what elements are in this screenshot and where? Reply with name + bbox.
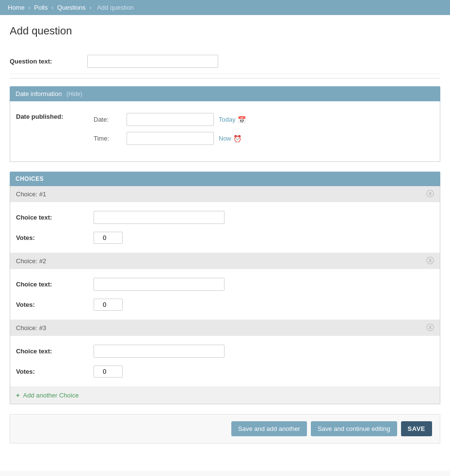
breadcrumb-questions[interactable]: Questions [57,4,86,11]
add-icon: + [16,392,20,399]
add-another-row: + Add another Choice [10,387,440,404]
choice-3-header: Choice: #3 ⓧ [10,320,440,336]
date-information-section: Date information (Hide) Date published: … [10,86,440,162]
choice-1-delete-icon[interactable]: ⓧ [426,189,434,199]
save-continue-editing-button[interactable]: Save and continue editing [311,421,397,436]
choices-section-body: Choice: #1 ⓧ Choice text: Votes: [10,186,440,404]
choice-item-2: Choice: #2 ⓧ Choice text: Votes: [10,253,440,320]
choice-3-votes-label: Votes: [16,368,94,375]
now-link[interactable]: Now [219,135,231,142]
calendar-icon[interactable]: 📅 [238,116,246,124]
choices-section-header: CHOICES [10,172,440,186]
choice-1-text-row: Choice text: [16,207,434,228]
choice-3-votes-row: Votes: [16,362,434,381]
date-published-label: Date published: [16,113,94,120]
date-section-hide[interactable]: (Hide) [66,91,82,97]
date-fields: Date: Today 📅 Time: Now ⏰ [94,113,246,150]
date-section-title: Date information [16,90,62,97]
date-published-row: Date published: Date: Today 📅 Time: Now … [10,109,440,154]
choice-2-votes-row: Votes: [16,295,434,315]
footer-bar: Save and add another Save and continue e… [10,414,440,444]
choice-2-delete-icon[interactable]: ⓧ [426,256,434,266]
save-button[interactable]: SAVE [401,421,432,436]
choice-2-text-row: Choice text: [16,274,434,295]
today-link[interactable]: Today [219,116,236,123]
choice-2-text-input[interactable] [94,278,225,291]
question-text-row: Question text: [10,49,440,74]
choice-1-text-input[interactable] [94,211,225,224]
time-field-row: Time: Now ⏰ [94,132,246,145]
time-field-label: Time: [94,135,123,142]
main-content: Add question Question text: Date informa… [0,15,450,471]
breadcrumb-sep-2: › [51,4,53,11]
clock-icon[interactable]: ⏰ [233,135,241,143]
breadcrumb-sep-3: › [89,4,91,11]
section-divider-1 [10,78,440,79]
question-text-field [87,55,440,68]
date-section-header[interactable]: Date information (Hide) [10,86,440,101]
question-text-input[interactable] [87,55,218,68]
choice-1-votes-row: Votes: [16,228,434,248]
choice-3-text-label: Choice text: [16,348,94,355]
page-title: Add question [10,25,440,37]
date-section-body: Date published: Date: Today 📅 Time: Now … [10,101,440,162]
add-another-label: Add another Choice [23,392,79,399]
choice-1-fields: Choice text: Votes: [10,202,440,253]
date-input[interactable] [127,113,214,126]
choice-3-delete-icon[interactable]: ⓧ [426,323,434,333]
choice-3-label: Choice: #3 [16,324,46,332]
choice-3-fields: Choice text: Votes: [10,336,440,386]
breadcrumb-sep-1: › [28,4,30,11]
choice-1-votes-input[interactable] [94,232,123,244]
choice-1-header: Choice: #1 ⓧ [10,186,440,202]
breadcrumb-bar: Home › Polls › Questions › Add question [0,0,450,15]
choice-2-votes-input[interactable] [94,299,123,311]
date-field-label: Date: [94,116,123,123]
choice-1-text-label: Choice text: [16,214,94,221]
breadcrumb-current: Add question [97,4,134,11]
choice-1-votes-label: Votes: [16,234,94,241]
choice-3-text-row: Choice text: [16,341,434,362]
date-field-row: Date: Today 📅 [94,113,246,126]
breadcrumb-home[interactable]: Home [8,4,25,11]
choices-section: CHOICES Choice: #1 ⓧ Choice text: Votes: [10,172,440,404]
breadcrumb-polls[interactable]: Polls [34,4,48,11]
choice-2-fields: Choice text: Votes: [10,269,440,319]
choice-2-text-label: Choice text: [16,281,94,288]
choice-3-text-input[interactable] [94,345,225,358]
save-add-another-button[interactable]: Save and add another [231,421,307,436]
choice-2-votes-label: Votes: [16,301,94,308]
choice-3-votes-input[interactable] [94,365,123,378]
time-input[interactable] [127,132,214,145]
choice-item-3: Choice: #3 ⓧ Choice text: Votes: [10,320,440,387]
add-another-choice-link[interactable]: + Add another Choice [16,392,79,399]
choice-2-label: Choice: #2 [16,257,46,265]
choice-2-header: Choice: #2 ⓧ [10,253,440,269]
choice-item-1: Choice: #1 ⓧ Choice text: Votes: [10,186,440,253]
question-text-label: Question text: [10,58,87,65]
choice-1-label: Choice: #1 [16,190,46,198]
